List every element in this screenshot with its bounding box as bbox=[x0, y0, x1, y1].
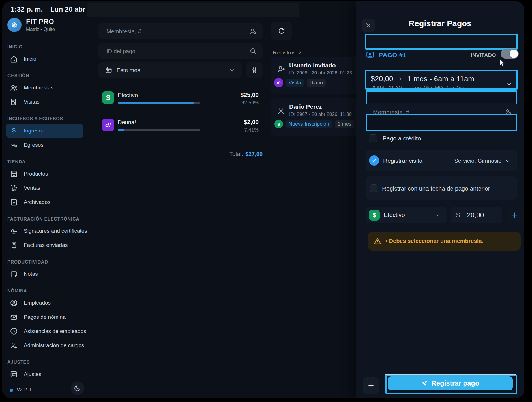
method-progress-bar bbox=[118, 102, 200, 104]
send-icon bbox=[421, 380, 428, 387]
record-card[interactable]: Dario Perez ID: 2907 · 20 abr 2026, 11:3… bbox=[271, 98, 361, 136]
payment-id-input[interactable] bbox=[106, 43, 243, 60]
search-icon[interactable] bbox=[249, 47, 257, 55]
plan-select[interactable]: $20,00 1 mes - 6am a 11am 6 AM - 11 AM L… bbox=[366, 71, 517, 94]
method-progress-bar bbox=[118, 129, 200, 131]
payment-icon bbox=[365, 50, 375, 60]
visit-checkbox-checked[interactable] bbox=[369, 155, 379, 166]
sidebar-item-empleados[interactable]: Empleados bbox=[6, 296, 83, 310]
currency-symbol: $ bbox=[456, 211, 460, 219]
record-name: Dario Perez bbox=[289, 103, 322, 110]
payment-method-select[interactable]: $ Efectivo bbox=[366, 207, 447, 223]
register-payment-button[interactable]: Registrar pago bbox=[388, 376, 513, 390]
membership-search-input[interactable] bbox=[106, 23, 243, 40]
sidebar-section-label: INGRESOS Y EGRESOS bbox=[7, 116, 87, 121]
sidebar-item-membresias[interactable]: Membresías bbox=[6, 81, 83, 95]
sidebar-item-administracion-de-cargos[interactable]: Administración de cargos bbox=[6, 338, 83, 352]
sidebar-item-label: Administración de cargos bbox=[24, 342, 84, 348]
amount-field[interactable]: $ 20,00 bbox=[451, 207, 502, 223]
sidebar-item-label: Empleados bbox=[24, 300, 51, 306]
period-select[interactable]: Este mes bbox=[98, 62, 242, 78]
person-search-icon[interactable] bbox=[504, 108, 512, 116]
sidebar-section-label: FACTURACIÓN ELECTRÓNICA bbox=[7, 217, 87, 222]
income-method-row: d! Deuna! $2,00 7.41% bbox=[98, 116, 263, 136]
filter-button[interactable] bbox=[246, 62, 263, 78]
sidebar-section-label: INICIO bbox=[7, 44, 87, 50]
service-value: Servicio: Gimnasio bbox=[454, 158, 501, 164]
refresh-button[interactable] bbox=[271, 22, 292, 40]
sidebar-item-ajustes[interactable]: Ajustes bbox=[6, 367, 83, 381]
register-payments-modal: Registrar Pagos PAGO #1 INVITADO $20,00 … bbox=[356, 1, 524, 398]
record-meta: ID: 2908 · 20 abr 2026, 01:23 bbox=[289, 70, 352, 76]
store-x-icon bbox=[10, 198, 18, 206]
sidebar-item-label: Visitas bbox=[24, 99, 40, 105]
record-plan-tag: 1 mes bbox=[335, 120, 354, 128]
sidebar-item-label: Membresías bbox=[24, 85, 53, 91]
membership-input[interactable] bbox=[372, 103, 498, 121]
clock-icon bbox=[10, 327, 18, 335]
person-plus-icon bbox=[10, 341, 18, 350]
payment-id-field bbox=[98, 43, 263, 59]
guest-toggle[interactable] bbox=[501, 49, 519, 59]
sidebar-item-facturas-enviadas[interactable]: Facturas enviadas bbox=[6, 238, 83, 252]
check-icon bbox=[371, 157, 377, 164]
chevron-down-icon bbox=[504, 157, 511, 164]
method-value: Efectivo bbox=[384, 211, 405, 218]
record-meta: ID: 2907 · 20 abr 2026, 11:30 bbox=[289, 112, 352, 117]
sidebar-item-label: Ajustes bbox=[24, 371, 41, 377]
chevron-right-icon bbox=[397, 76, 404, 82]
sidebar-item-inicio[interactable]: Inicio bbox=[6, 52, 83, 66]
amount-value: 20,00 bbox=[467, 211, 484, 219]
sidebar-item-archivados[interactable]: Archivados bbox=[6, 195, 83, 209]
warning-icon bbox=[373, 237, 382, 246]
sidebar-item-productos[interactable]: Productos bbox=[6, 167, 83, 181]
sidebar-section-label: GESTIÓN bbox=[7, 73, 87, 78]
person-circle-icon bbox=[10, 299, 18, 307]
guest-label: INVITADO bbox=[449, 52, 496, 58]
backdate-checkbox[interactable] bbox=[370, 184, 377, 192]
guest-name-field[interactable] bbox=[366, 34, 514, 46]
method-percent: 92.59% bbox=[241, 100, 259, 106]
person-add-icon bbox=[276, 64, 286, 74]
sidebar: FIT PRO Matriz - Quito INICIOInicioGESTI… bbox=[2, 1, 87, 398]
sidebar-item-ventas[interactable]: Ventas bbox=[6, 181, 83, 195]
dark-mode-button[interactable] bbox=[71, 381, 84, 395]
credit-checkbox[interactable] bbox=[369, 134, 377, 142]
sidebar-item-pagos-de-nomina[interactable]: Pagos de nómina bbox=[6, 310, 83, 324]
app-logo bbox=[7, 18, 22, 32]
service-select[interactable]: Servicio: Gimnasio bbox=[454, 157, 511, 164]
add-payment-button[interactable] bbox=[363, 377, 379, 394]
sidebar-nav: INICIOInicioGESTIÓNMembresíasVisitasINGR… bbox=[2, 37, 87, 381]
sidebar-item-egresos[interactable]: Egresos bbox=[6, 138, 83, 152]
total-value: $27,00 bbox=[245, 151, 263, 157]
plan-days: Lun, Mar, Mié, Jue, Vie bbox=[412, 85, 464, 91]
person-search-icon[interactable] bbox=[249, 27, 257, 35]
record-card[interactable]: Usuario Invitado ID: 2908 · 20 abr 2026,… bbox=[271, 57, 361, 94]
sidebar-item-signatures-and-certificates[interactable]: Signatures and certificates bbox=[6, 224, 83, 238]
calendar-icon bbox=[105, 66, 113, 74]
add-payment-method-button[interactable] bbox=[506, 207, 524, 223]
plan-price: $20,00 bbox=[371, 74, 393, 83]
version-status-dot bbox=[10, 389, 13, 392]
sidebar-item-notas[interactable]: Notas bbox=[6, 267, 83, 281]
total-label: Total: bbox=[229, 151, 243, 157]
sidebar-item-visitas[interactable]: Visitas bbox=[6, 95, 83, 109]
sidebar-item-ingresos[interactable]: Ingresos bbox=[6, 124, 83, 138]
cart-icon bbox=[10, 184, 18, 192]
filters-icon bbox=[250, 66, 258, 74]
record-type-tag: Nueva Inscripción bbox=[286, 120, 332, 128]
sidebar-item-asistencias-de-empleados[interactable]: Asistencias de empleados bbox=[6, 324, 83, 338]
brand: FIT PRO Matriz - Quito bbox=[7, 18, 55, 32]
users-icon bbox=[10, 84, 18, 92]
cash-badge: $ bbox=[274, 120, 283, 128]
sidebar-section-label: PRODUCTIVIDAD bbox=[7, 260, 87, 265]
income-method-row: $ Efectivo $25,00 92.59% bbox=[98, 89, 263, 109]
deuna-badge: d! bbox=[274, 78, 283, 87]
app-window: 1:32 p. m.Lun 20 abr 100% FIT PRO Matriz… bbox=[2, 1, 524, 398]
wallet-pay-icon bbox=[10, 313, 18, 321]
store-icon bbox=[10, 170, 18, 178]
modal-title: Registrar Pagos bbox=[373, 19, 507, 28]
visits-icon bbox=[10, 98, 18, 106]
membership-field bbox=[366, 103, 517, 120]
credit-payment-row[interactable]: Pago a crédito bbox=[369, 134, 421, 142]
